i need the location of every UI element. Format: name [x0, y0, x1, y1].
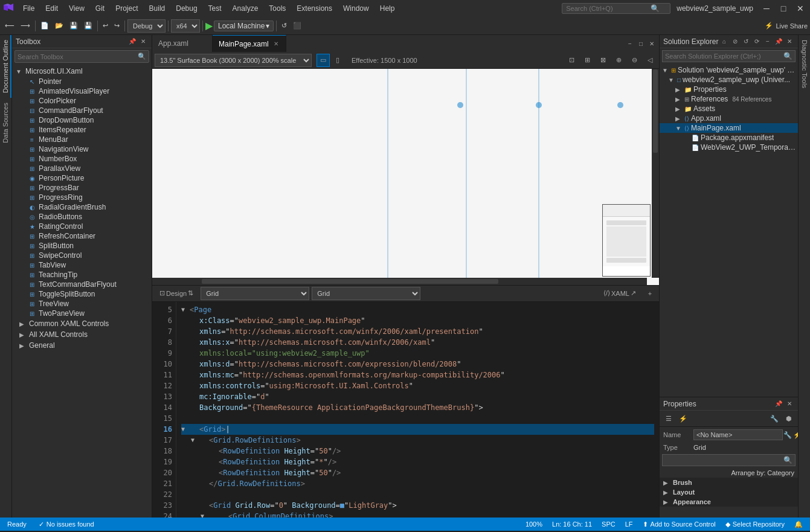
portrait-icon[interactable]: ▭	[317, 54, 330, 67]
menu-window[interactable]: Window	[338, 3, 374, 14]
toolbox-subcategory-all-xaml[interactable]: ▶ All XAML Controls	[12, 329, 152, 340]
maximize-button[interactable]: □	[776, 2, 791, 14]
fold-icon[interactable]: ▼	[201, 511, 208, 518]
menu-extensions[interactable]: Extensions	[292, 3, 337, 14]
sol-home-icon[interactable]: ⌂	[719, 37, 729, 46]
props-search-box[interactable]: 🔍	[662, 454, 796, 466]
props-event-icon[interactable]: ⚡	[792, 428, 798, 441]
toolbox-item-togglesplitbutton[interactable]: ⊞ ToggleSplitButton	[12, 289, 152, 299]
status-spc[interactable]: SPC	[599, 521, 618, 528]
menu-view[interactable]: View	[64, 3, 89, 14]
sol-search-input[interactable]	[665, 53, 783, 60]
props-search-input[interactable]	[665, 457, 783, 464]
toolbox-item-refreshcontainer[interactable]: ⊞ RefreshContainer	[12, 231, 152, 241]
restart-btn[interactable]: ↺	[279, 21, 289, 31]
debug-config-select[interactable]: Debug	[127, 19, 166, 33]
props-name-input[interactable]	[693, 429, 783, 440]
fit-icon[interactable]: ⊡	[565, 54, 578, 67]
toolbox-search-input[interactable]	[18, 53, 138, 60]
sol-collapse-icon[interactable]: −	[763, 37, 773, 46]
notifications-btn[interactable]: 🔔	[792, 521, 805, 528]
expand-icon[interactable]: ⬢	[782, 412, 796, 425]
toolbox-item-navigationview[interactable]: ⊞ NavigationView	[12, 144, 152, 154]
tab-close-icon[interactable]: ✕	[272, 40, 280, 48]
source-control-btn[interactable]: ⬆ Add to Source Control	[640, 521, 718, 528]
toolbox-item-parallaxview[interactable]: ⊞ ParallaxView	[12, 164, 152, 173]
menu-edit[interactable]: Edit	[40, 3, 63, 14]
select-repo-btn[interactable]: ◆ Select Repository	[723, 521, 787, 528]
pin-icon[interactable]: 🔧	[768, 412, 781, 425]
sol-close-icon[interactable]: ✕	[785, 37, 794, 46]
toolbox-item-textcommandbarflyout[interactable]: ⊞ TextCommandBarFlyout	[12, 280, 152, 289]
menu-help[interactable]: Help	[375, 3, 400, 14]
toolbox-pin-icon[interactable]: 📌	[127, 37, 137, 46]
design-view-btn[interactable]: ⊡ Design ⇅	[155, 288, 198, 298]
toolbox-item-pointer[interactable]: ↖ Pointer	[12, 77, 152, 86]
sol-item-webview2-key[interactable]: ▶ 📄 WebView2_UWP_TemporaryKe...	[660, 143, 798, 152]
sol-sync-icon[interactable]: ⟳	[752, 37, 762, 46]
props-pin-icon[interactable]: 📌	[774, 399, 783, 409]
add-element-icon[interactable]: +	[643, 287, 657, 300]
menu-analyze[interactable]: Analyze	[228, 3, 263, 14]
vtab-data-sources[interactable]: Data Sources	[0, 98, 11, 148]
toolbox-item-progressring[interactable]: ⊞ ProgressRing	[12, 193, 152, 202]
status-no-issues[interactable]: ✓ No issues found	[36, 521, 97, 528]
sol-pin-icon[interactable]: 📌	[774, 37, 783, 46]
props-category-layout[interactable]: ▶ Layout	[660, 487, 798, 497]
toolbox-subcategory-common[interactable]: ▶ Common XAML Controls	[12, 318, 152, 329]
sol-item-app-xaml[interactable]: ▶ ⟨⟩ App.xaml	[660, 114, 798, 123]
toolbox-item-treeview[interactable]: ⊞ TreeView	[12, 299, 152, 309]
back-btn[interactable]: ⟵	[2, 21, 17, 31]
toolbox-subcategory-general[interactable]: ▶ General	[12, 340, 152, 351]
forward-btn[interactable]: ⟶	[18, 21, 33, 31]
sol-item-properties[interactable]: ▶ 📁 Properties	[660, 85, 798, 94]
xaml-view-btn[interactable]: ⟨/⟩ XAML ↗	[599, 288, 641, 298]
toolbox-item-colorpicker[interactable]: ⊞ ColorPicker	[12, 96, 152, 106]
fold-icon[interactable]: ▼	[181, 424, 188, 435]
menu-file[interactable]: File	[18, 3, 39, 14]
breadcrumb-right-select[interactable]: Grid	[312, 287, 420, 300]
sol-item-package-manifest[interactable]: ▶ 📄 Package.appxmanifest	[660, 133, 798, 143]
toolbox-item-tabview[interactable]: ⊞ TabView	[12, 260, 152, 270]
menu-project[interactable]: Project	[111, 3, 143, 14]
toolbox-item-menubar[interactable]: ≡ MenuBar	[12, 135, 152, 144]
status-zoom[interactable]: 100%	[523, 521, 545, 528]
vtab-diagnostics[interactable]: Diagnostic Tools	[799, 35, 810, 93]
tab-close-all-icon[interactable]: ✕	[647, 39, 657, 48]
new-project-btn[interactable]: 📄	[38, 21, 51, 31]
toolbox-item-splitbutton[interactable]: ⊞ SplitButton	[12, 241, 152, 251]
tab-expand-icon[interactable]: □	[636, 39, 646, 48]
tab-mainpage-xaml[interactable]: MainPage.xaml ✕	[213, 35, 286, 52]
props-category-brush[interactable]: ▶ Brush	[660, 478, 798, 487]
sol-item-mainpage-xaml[interactable]: ▼ ⟨⟩ MainPage.xaml	[660, 123, 798, 133]
toolbox-item-commandbarflyout[interactable]: ⊟ CommandBarFlyout	[12, 106, 152, 115]
toolbox-item-animatedvisualplayer[interactable]: ⊞ AnimatedVisualPlayer	[12, 86, 152, 96]
events-icon[interactable]: ⚡	[677, 412, 690, 425]
grid-icon[interactable]: ⊞	[580, 54, 594, 67]
menu-build[interactable]: Build	[144, 3, 170, 14]
toolbox-item-numberbox[interactable]: ⊞ NumberBox	[12, 154, 152, 164]
status-lf[interactable]: LF	[623, 521, 635, 528]
toolbox-item-itemsrepeater[interactable]: ⊞ ItemsRepeater	[12, 125, 152, 135]
status-position[interactable]: Ln: 16 Ch: 11	[550, 521, 594, 528]
status-ready[interactable]: Ready	[5, 521, 29, 528]
redo-btn[interactable]: ↪	[112, 21, 122, 31]
toolbox-item-twopaneview[interactable]: ⊞ TwoPaneView	[12, 309, 152, 318]
props-tool-icon[interactable]: 🔧	[783, 428, 792, 441]
fold-icon[interactable]: ▼	[181, 304, 188, 315]
fold-icon[interactable]: ▼	[191, 435, 198, 446]
tab-collapse-icon[interactable]: −	[625, 39, 635, 48]
menu-search-input[interactable]	[566, 5, 651, 12]
sol-item-project[interactable]: ▼ □ webview2_sample_uwp (Univer...	[660, 75, 798, 85]
live-share-btn[interactable]: ⚡ Live Share	[765, 22, 808, 30]
props-icon[interactable]: ☰	[662, 412, 675, 425]
landscape-icon[interactable]: ▯	[331, 54, 344, 67]
props-close-icon[interactable]: ✕	[785, 399, 794, 409]
menu-debug[interactable]: Debug	[171, 3, 202, 14]
toolbox-close-icon[interactable]: ✕	[138, 37, 148, 46]
open-btn[interactable]: 📂	[53, 21, 66, 31]
undo-btn[interactable]: ↩	[100, 21, 111, 31]
toolbox-item-swipecontrol[interactable]: ⊞ SwipeControl	[12, 251, 152, 260]
scroll-icon[interactable]: ◁	[643, 54, 657, 67]
local-machine-selector[interactable]: Local Machine ▾	[214, 21, 274, 31]
